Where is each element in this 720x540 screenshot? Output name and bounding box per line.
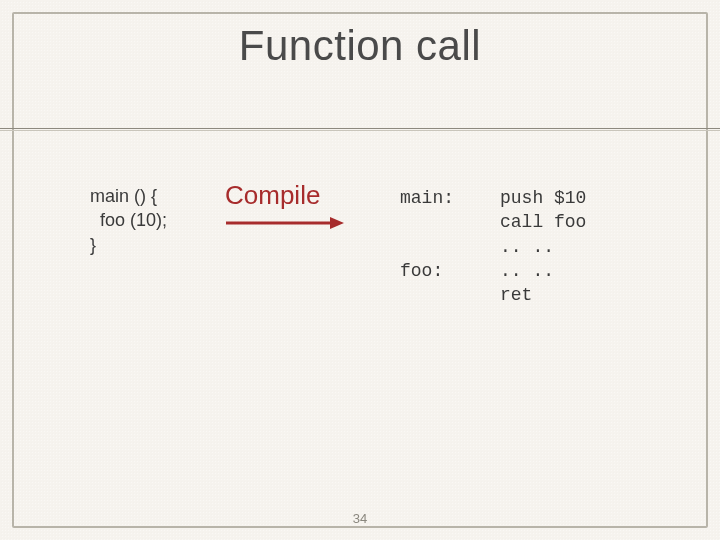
- source-code-block: main () { foo (10); }: [90, 184, 167, 257]
- divider-line: [0, 128, 720, 129]
- assembly-code: push $10 call foo .. .. .. .. ret: [500, 186, 586, 307]
- divider-line-shadow: [0, 130, 720, 131]
- slide: Function call main () { foo (10); } Comp…: [0, 0, 720, 540]
- page-number: 34: [0, 511, 720, 526]
- slide-title: Function call: [0, 22, 720, 70]
- arrow-right-icon: [226, 216, 344, 230]
- slide-border: [12, 12, 708, 528]
- compile-label: Compile: [225, 180, 320, 211]
- assembly-labels: main: foo:: [400, 186, 454, 283]
- svg-marker-1: [330, 217, 344, 229]
